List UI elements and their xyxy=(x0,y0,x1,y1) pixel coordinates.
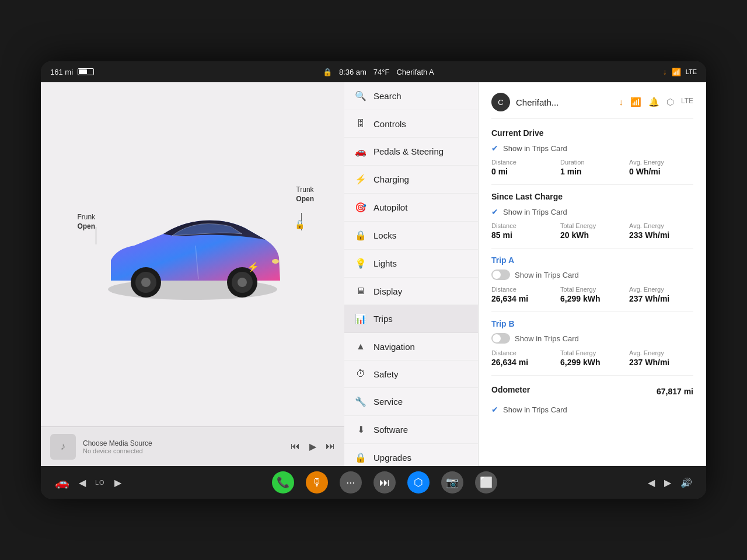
temp-display: 74°F xyxy=(374,68,390,76)
media-bar[interactable]: ♪ Choose Media Source No device connecte… xyxy=(41,426,344,466)
main-content: Frunk Open Trunk Open xyxy=(41,82,706,466)
odometer-card-label: Show in Trips Card xyxy=(503,405,567,414)
trip-a-title[interactable]: Trip A xyxy=(491,256,693,265)
frunk-line xyxy=(96,227,96,244)
chevron-left-icon[interactable]: ◀ xyxy=(79,477,86,488)
wifi-icon: 📶 xyxy=(672,68,681,76)
status-bar: 161 mi 🔒 8:36 am 74°F Cherifath A ↓ 📶 LT… xyxy=(41,61,706,82)
taskbar-center[interactable]: 📞 🎙 ··· ⏭ ⬡ 📷 ⬜ xyxy=(272,471,497,494)
trip-b-stats: Distance 26,634 mi Total Energy 6,299 kW… xyxy=(491,349,693,367)
trip-a-toggle[interactable] xyxy=(491,270,510,280)
current-drive-check: ✔ xyxy=(491,144,498,153)
media-artwork: ♪ xyxy=(50,434,76,460)
current-drive-section: Current Drive ✔ Show in Trips Card Dista… xyxy=(491,128,693,176)
profile-icons: ↓ 📶 🔔 ⬡ LTE xyxy=(619,97,693,107)
odometer-check: ✔ xyxy=(491,405,498,414)
svg-point-3 xyxy=(141,278,151,287)
car-image: ⚡ xyxy=(93,196,292,313)
left-panel: Frunk Open Trunk Open xyxy=(41,82,344,466)
trunk-lock-icon: 🔓 xyxy=(295,220,305,229)
slc-distance: Distance 85 mi xyxy=(491,222,556,240)
menu-item-autopilot[interactable]: 🎯 Autopilot xyxy=(344,194,478,222)
wifi-status-icon: 📶 xyxy=(630,97,641,107)
volume-icon[interactable]: 🔊 xyxy=(680,477,692,488)
ta-total-energy: Total Energy 6,299 kWh xyxy=(560,286,624,303)
menu-label-locks: Locks xyxy=(374,230,396,240)
profile-header: C Cherifath... ↓ 📶 🔔 ⬡ LTE xyxy=(491,93,693,119)
profile-left: C Cherifath... xyxy=(491,93,558,111)
trip-a-section: Trip A Show in Trips Card Distance 26,63… xyxy=(491,256,693,303)
play-button[interactable]: ▶ xyxy=(309,441,316,452)
avatar: C xyxy=(491,93,510,111)
next-button[interactable]: ⏭ xyxy=(326,441,335,452)
menu-label-display: Display xyxy=(374,286,402,296)
current-drive-stats: Distance 0 mi Duration 1 min Avg. Energy… xyxy=(491,159,693,176)
odometer-section: Odometer 67,817 mi ✔ Show in Trips Card xyxy=(491,383,693,414)
lock-icon: 🔒 xyxy=(323,68,332,76)
menu-item-trips[interactable]: 📊 Trips xyxy=(344,305,478,333)
media-controls[interactable]: ⏮ ▶ ⏭ xyxy=(291,441,335,452)
notification-icon: 🔔 xyxy=(648,97,659,107)
menu-label-software: Software xyxy=(374,425,408,435)
menu-label-autopilot: Autopilot xyxy=(374,202,407,212)
car-icon[interactable]: 🚗 xyxy=(55,475,69,489)
menu-icon-service: 🔧 xyxy=(355,396,366,407)
divider-1 xyxy=(491,184,693,185)
menu-icon-trips: 📊 xyxy=(355,313,366,324)
slc-check: ✔ xyxy=(491,207,498,216)
voice-button[interactable]: 🎙 xyxy=(306,471,328,494)
media-info: Choose Media Source No device connected xyxy=(83,439,284,454)
menu-item-navigation[interactable]: ▲ Navigation xyxy=(344,333,478,360)
signal-icon: LTE xyxy=(681,97,693,107)
menu-item-upgrades[interactable]: 🔒 Upgrades xyxy=(344,444,478,466)
menu-item-locks[interactable]: 🔒 Locks xyxy=(344,222,478,250)
trip-b-title[interactable]: Trip B xyxy=(491,319,693,328)
chevron-left-nav-icon[interactable]: ◀ xyxy=(648,477,655,488)
chevron-right-nav-icon[interactable]: ▶ xyxy=(664,477,671,488)
bluetooth-button[interactable]: ⬡ xyxy=(407,471,430,494)
current-drive-card-label: Show in Trips Card xyxy=(503,144,567,153)
menu-icon-charging: ⚡ xyxy=(355,174,366,185)
status-left: 161 mi xyxy=(50,68,94,76)
odometer-label: Odometer xyxy=(491,385,530,394)
menu-item-service[interactable]: 🔧 Service xyxy=(344,388,478,416)
menu-item-safety[interactable]: ⏱ Safety xyxy=(344,360,478,388)
tb-total-energy: Total Energy 6,299 kWh xyxy=(560,349,624,367)
download-status-icon: ↓ xyxy=(619,97,623,107)
prev-button[interactable]: ⏮ xyxy=(291,441,300,452)
apps-button[interactable]: ⬜ xyxy=(475,471,497,494)
slc-total-energy: Total Energy 20 kWh xyxy=(560,222,624,240)
status-center: 🔒 8:36 am 74°F Cherifath A xyxy=(323,68,434,76)
phone-button[interactable]: 📞 xyxy=(272,471,294,494)
lte-label: LTE xyxy=(686,68,697,75)
menu-item-lights[interactable]: 💡 Lights xyxy=(344,250,478,278)
menu-icon-upgrades: 🔒 xyxy=(355,452,366,463)
menu-icon-locks: 🔒 xyxy=(355,230,366,241)
mileage-display: 161 mi xyxy=(50,68,73,76)
odometer-value: 67,817 mi xyxy=(657,387,693,396)
divider-4 xyxy=(491,375,693,376)
charging-indicator-icon: ⚡ xyxy=(247,261,259,272)
camera-button[interactable]: 📷 xyxy=(441,471,463,494)
trip-b-toggle[interactable] xyxy=(491,333,510,344)
menu-item-controls[interactable]: 🎛 Controls xyxy=(344,110,478,138)
tb-distance: Distance 26,634 mi xyxy=(491,349,556,367)
trip-b-section: Trip B Show in Trips Card Distance 26,63… xyxy=(491,319,693,367)
menu-icon-search: 🔍 xyxy=(355,90,366,102)
chevron-right-icon[interactable]: ▶ xyxy=(114,477,121,488)
menu-item-pedals[interactable]: 🚗 Pedals & Steering xyxy=(344,138,478,166)
menu-label-lights: Lights xyxy=(374,258,397,268)
battery-indicator xyxy=(78,68,94,75)
taskbar-left: 🚗 ◀ LO ▶ xyxy=(55,475,121,489)
menu-item-software[interactable]: ⬇ Software xyxy=(344,416,478,444)
since-last-charge-title: Since Last Charge xyxy=(491,192,693,201)
divider-3 xyxy=(491,312,693,312)
menu-item-search[interactable]: 🔍 Search xyxy=(344,82,478,110)
menu-item-charging[interactable]: ⚡ Charging xyxy=(344,166,478,194)
dots-button[interactable]: ··· xyxy=(340,471,362,494)
driver-name: Cherifath A xyxy=(396,68,434,76)
trip-a-stats: Distance 26,634 mi Total Energy 6,299 kW… xyxy=(491,286,693,303)
media-button[interactable]: ⏭ xyxy=(374,471,396,494)
odometer-row: Odometer 67,817 mi xyxy=(491,383,693,400)
menu-item-display[interactable]: 🖥 Display xyxy=(344,278,478,305)
